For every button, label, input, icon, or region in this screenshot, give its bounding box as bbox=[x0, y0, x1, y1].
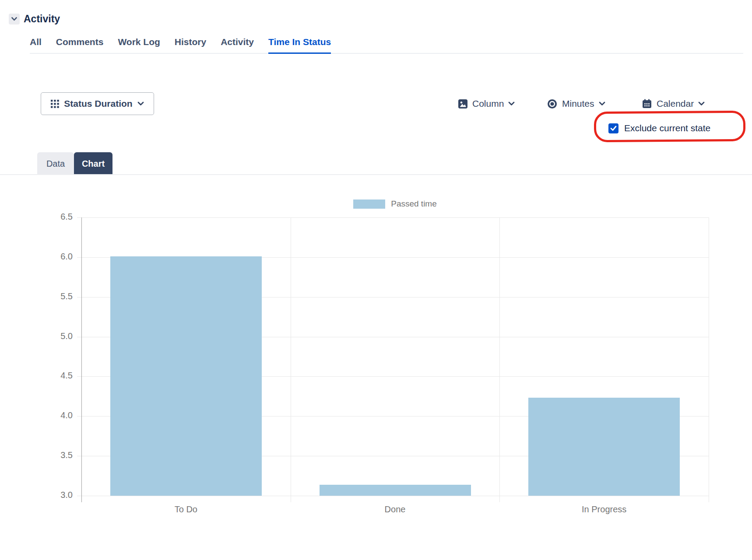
calendar-label: Calendar bbox=[657, 98, 694, 109]
checkbox-checked-icon bbox=[608, 123, 618, 133]
bar-to-do bbox=[110, 256, 262, 496]
chevron-down-icon bbox=[11, 17, 17, 21]
chevron-down-icon bbox=[698, 102, 705, 106]
grid-line-horizontal bbox=[77, 456, 709, 456]
tab-work-log[interactable]: Work Log bbox=[118, 37, 160, 53]
x-axis-label-in-progress: In Progress bbox=[534, 504, 674, 514]
y-tick-label: 5.5 bbox=[38, 291, 73, 301]
grid-line-vertical bbox=[291, 217, 291, 502]
calendar-dropdown[interactable]: Calendar bbox=[642, 97, 705, 111]
grid-line-horizontal bbox=[77, 496, 709, 496]
x-axis-label-done: Done bbox=[325, 504, 465, 514]
calendar-icon bbox=[642, 98, 652, 109]
disc-icon bbox=[547, 98, 558, 109]
tab-history[interactable]: History bbox=[175, 37, 206, 53]
chevron-down-icon bbox=[508, 102, 515, 106]
exclude-current-state-label: Exclude current state bbox=[624, 123, 710, 133]
column-dropdown[interactable]: Column bbox=[458, 97, 515, 111]
tab-chart[interactable]: Chart bbox=[74, 152, 112, 175]
y-tick-label: 3.5 bbox=[38, 450, 73, 460]
x-axis-label-to-do: To Do bbox=[116, 504, 256, 514]
grid-icon bbox=[51, 100, 59, 108]
minutes-dropdown[interactable]: Minutes bbox=[547, 97, 605, 111]
y-tick-label: 4.0 bbox=[38, 410, 73, 420]
y-tick-label: 4.5 bbox=[38, 371, 73, 381]
tab-all[interactable]: All bbox=[30, 37, 42, 53]
activity-collapse-button[interactable] bbox=[9, 14, 20, 24]
grid-line-horizontal bbox=[77, 297, 709, 298]
chevron-down-icon bbox=[599, 102, 605, 106]
y-tick-label: 6.5 bbox=[38, 212, 73, 222]
status-duration-label: Status Duration bbox=[64, 98, 132, 109]
bar-done bbox=[320, 485, 471, 496]
view-tab-bar: Data Chart bbox=[37, 152, 112, 175]
activity-tab-bar: All Comments Work Log History Activity T… bbox=[30, 37, 743, 54]
exclude-current-state-checkbox[interactable]: Exclude current state bbox=[608, 123, 710, 133]
tab-activity[interactable]: Activity bbox=[221, 37, 254, 53]
grid-line-horizontal bbox=[77, 376, 709, 377]
column-label: Column bbox=[472, 98, 504, 109]
minutes-label: Minutes bbox=[562, 98, 594, 109]
grid-line-horizontal bbox=[77, 337, 709, 337]
divider bbox=[0, 174, 752, 175]
chart-legend: Passed time bbox=[81, 199, 709, 209]
chevron-down-icon bbox=[137, 102, 144, 106]
page-title: Activity bbox=[24, 13, 60, 25]
y-axis-line bbox=[81, 217, 82, 502]
issue-activity-panel: Activity All Comments Work Log History A… bbox=[0, 0, 752, 560]
grid-line-horizontal bbox=[77, 416, 709, 416]
status-duration-dropdown[interactable]: Status Duration bbox=[41, 92, 154, 115]
grid-line-horizontal bbox=[77, 257, 709, 258]
tab-data[interactable]: Data bbox=[37, 152, 74, 175]
y-tick-label: 3.0 bbox=[38, 490, 73, 500]
image-icon bbox=[458, 99, 468, 109]
bar-chart: Passed time3.03.54.04.55.05.56.06.5To Do… bbox=[0, 0, 752, 560]
grid-line-horizontal bbox=[77, 217, 709, 218]
legend-label: Passed time bbox=[391, 199, 437, 209]
y-tick-label: 5.0 bbox=[38, 331, 73, 341]
tab-comments[interactable]: Comments bbox=[56, 37, 104, 53]
bar-in-progress bbox=[528, 398, 680, 496]
grid-line-vertical bbox=[709, 217, 709, 502]
y-tick-label: 6.0 bbox=[38, 252, 73, 262]
legend-swatch bbox=[353, 200, 385, 209]
activity-header: Activity bbox=[9, 13, 60, 25]
grid-line-vertical bbox=[499, 217, 500, 502]
tab-time-in-status[interactable]: Time In Status bbox=[268, 37, 331, 54]
